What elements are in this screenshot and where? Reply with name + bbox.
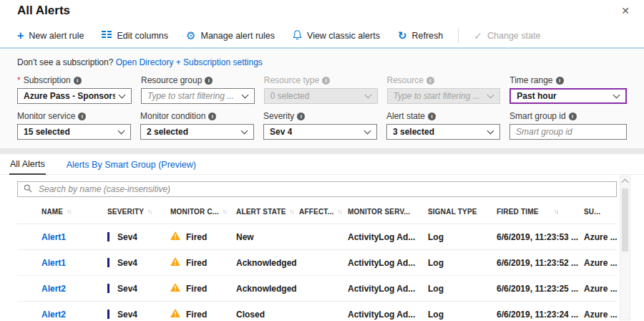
filter-label: Smart group id [509,111,566,121]
table-row[interactable]: Alert2 Sev4 Fired Closed ActivityLog Ad.… [17,301,617,321]
resource-type-filter: Resource type i 0 selected [264,75,378,104]
bell-icon [293,29,302,42]
chevron-down-icon [487,92,494,99]
monitor-condition-dropdown[interactable]: 2 selected [140,124,254,140]
warning-icon [170,283,180,294]
open-directory-settings-link[interactable]: Open Directory + Subscription settings [116,57,263,67]
severity-filter: Severity i Sev 4 [263,111,377,140]
time-range-filter: Time range i Past hour [509,75,627,104]
filter-label: Severity [263,111,294,121]
severity-bar [107,284,109,293]
sort-icon: ↑↓ [290,209,294,215]
info-icon[interactable]: i [208,112,216,120]
alert-name-link[interactable]: Alert2 [42,310,66,320]
manage-alert-rules-button[interactable]: ⚙ Manage alert rules [186,31,275,41]
search-input[interactable] [37,183,610,195]
column-header-subscription[interactable]: SU... [584,208,617,216]
toolbar: + New alert rule Edit columns ⚙ Manage a… [0,24,644,49]
notice-text: Don't see a subscription? [17,57,113,67]
column-header-fired-time[interactable]: FIRED TIME↑↓ [497,208,584,216]
chevron-down-icon [364,92,371,99]
new-alert-rule-button[interactable]: + New alert rule [17,31,84,41]
column-header-signal-type[interactable]: SIGNAL TYPE [428,208,497,216]
filter-label: Subscription [24,75,71,85]
warning-icon [170,231,180,242]
sort-icon: ↑↓ [67,209,71,215]
filter-label: Time range [509,75,552,85]
toolbar-label: Refresh [411,31,443,41]
info-icon[interactable]: i [78,112,86,120]
chevron-down-icon [118,128,125,135]
smart-group-id-box[interactable] [509,124,627,140]
table-row[interactable]: Alert1 Sev4 Fired New ActivityLog Ad... … [17,224,617,249]
resource-combobox [387,88,501,104]
resource-type-dropdown: 0 selected [264,88,378,104]
info-icon: i [322,77,330,85]
column-header-severity[interactable]: SEVERITY↑↓ [107,208,170,216]
severity-dropdown[interactable]: Sev 4 [263,124,377,140]
tab-alerts-by-smart-group[interactable]: Alerts By Smart Group (Preview) [66,157,197,174]
scrollbar-thumb[interactable] [622,188,628,251]
info-icon[interactable]: i [556,77,564,85]
chevron-down-icon [241,128,248,135]
smart-group-id-input[interactable] [516,127,620,137]
alert-state-dropdown[interactable]: 3 selected [386,124,500,140]
column-header-monitor-condition[interactable]: MONITOR C...↑↓ [170,208,236,216]
chevron-down-icon [613,92,620,99]
alert-name-link[interactable]: Alert1 [42,258,66,268]
filter-label: Monitor service [17,111,75,121]
info-icon[interactable]: i [205,77,213,85]
filter-label: Resource [387,75,424,85]
scroll-up-icon[interactable] [622,179,629,186]
severity-bar [107,258,109,267]
titlebar: All Alerts ✕ [0,0,644,24]
alerts-table-section: NAME↑↓ SEVERITY↑↓ MONITOR C...↑↓ ALERT S… [17,181,617,321]
info-icon: i [426,77,434,85]
required-asterisk: * [17,75,21,85]
search-box[interactable] [17,181,617,197]
chevron-down-icon [364,128,371,135]
toolbar-label: Edit columns [117,31,168,41]
monitor-condition-filter: Monitor condition i 2 selected [140,111,254,140]
tab-all-alerts[interactable]: All Alerts [9,156,46,175]
change-state-button: ✓ Change state [474,31,540,41]
toolbar-label: View classic alerts [307,31,380,41]
close-icon[interactable]: ✕ [618,4,633,18]
toolbar-label: Change state [487,31,540,41]
column-header-affected[interactable]: AFFECT...↑↓ [299,208,348,216]
sort-icon: ↑↓ [337,209,341,215]
column-header-alert-state[interactable]: ALERT STATE↑↓ [236,208,299,216]
column-header-name[interactable]: NAME↑↓ [17,208,107,216]
view-classic-alerts-button[interactable]: View classic alerts [293,29,380,42]
table-header-row: NAME↑↓ SEVERITY↑↓ MONITOR C...↑↓ ALERT S… [17,200,617,224]
resource-group-filter: Resource group i [141,75,255,104]
alert-name-link[interactable]: Alert2 [42,284,66,294]
filter-panel: Don't see a subscription? Open Directory… [0,49,644,148]
vertical-scrollbar[interactable] [620,176,630,320]
refresh-button[interactable]: ↻ Refresh [398,31,443,41]
subscription-dropdown[interactable]: Azure Pass - Sponsorship [17,88,132,104]
time-range-dropdown[interactable]: Past hour [509,88,627,104]
section-divider [0,148,644,154]
alert-name-link[interactable]: Alert1 [42,232,66,242]
sort-icon: ↑↓ [147,209,152,215]
severity-bar [107,310,109,319]
resource-group-combobox[interactable] [141,88,255,104]
monitor-service-dropdown[interactable]: 15 selected [17,124,131,140]
info-icon[interactable]: i [569,112,577,120]
edit-columns-button[interactable]: Edit columns [102,30,168,41]
search-icon [24,183,32,196]
info-icon[interactable]: i [428,112,436,120]
table-row[interactable]: Alert2 Sev4 Fired Acknowledged ActivityL… [17,275,617,301]
chevron-down-icon [487,128,494,135]
chevron-down-icon [119,92,126,99]
filter-label: Resource type [264,75,319,85]
info-icon[interactable]: i [297,112,305,120]
resource-group-input[interactable] [147,91,238,101]
table-row[interactable]: Alert1 Sev4 Fired Acknowledged ActivityL… [17,249,617,275]
info-icon[interactable]: i [74,77,82,85]
check-icon: ✓ [474,31,482,41]
subscription-filter: * Subscription i Azure Pass - Sponsorshi… [17,75,132,104]
column-header-monitor-service[interactable]: MONITOR SERV... [348,208,428,216]
warning-icon [170,309,180,320]
